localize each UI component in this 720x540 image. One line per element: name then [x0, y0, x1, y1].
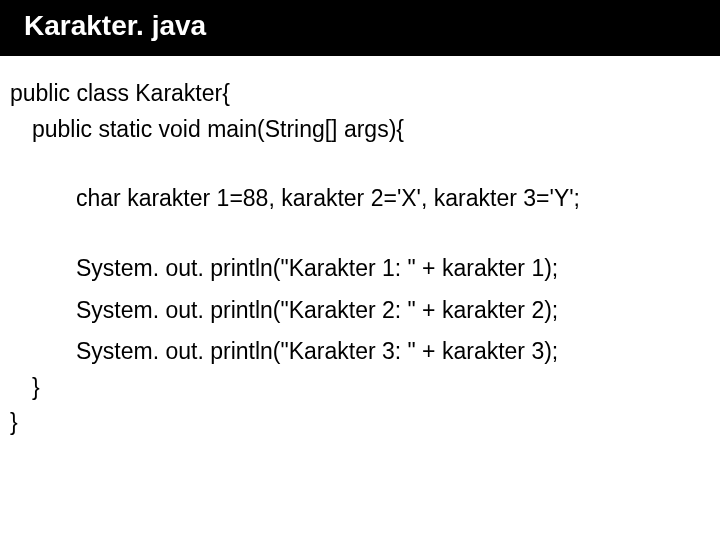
code-line: char karakter 1=88, karakter 2='X', kara…	[10, 181, 710, 217]
code-line: public class Karakter{	[10, 76, 710, 112]
slide-title-bar: Karakter. java	[0, 0, 720, 56]
code-line: }	[10, 370, 710, 406]
code-block: public class Karakter{ public static voi…	[0, 56, 720, 451]
blank-line	[10, 147, 710, 181]
code-line: public static void main(String[] args){	[10, 112, 710, 148]
blank-line	[10, 217, 710, 251]
slide-title: Karakter. java	[24, 10, 206, 41]
code-line: }	[10, 405, 710, 441]
code-line: System. out. println("Karakter 1: " + ka…	[10, 251, 710, 287]
code-line: System. out. println("Karakter 2: " + ka…	[10, 293, 710, 329]
code-line: System. out. println("Karakter 3: " + ka…	[10, 334, 710, 370]
